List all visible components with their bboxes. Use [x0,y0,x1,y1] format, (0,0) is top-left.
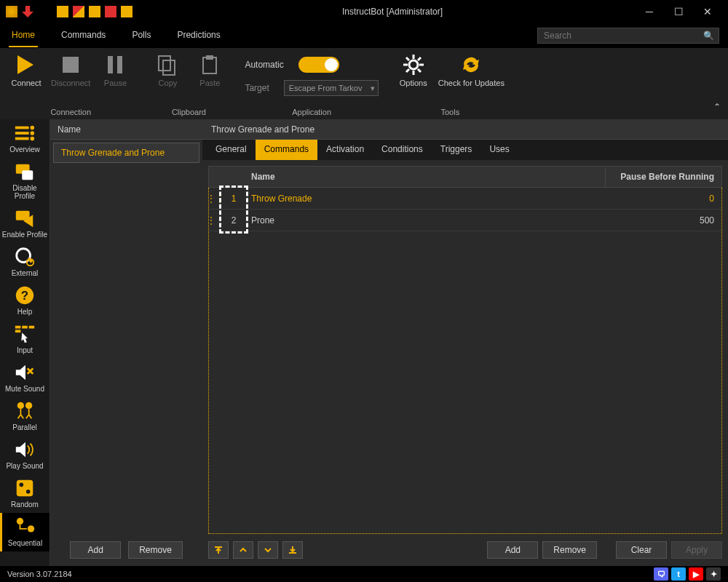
automatic-toggle[interactable] [298,57,339,73]
subtab-conditions[interactable]: Conditions [373,140,432,160]
window-title: InstructBot [Administrator] [150,7,635,17]
move-bottom-button[interactable] [282,541,303,559]
search-input[interactable] [544,31,713,41]
ribbon-disconnect: Disconnect [51,52,90,87]
svg-point-7 [409,60,418,69]
app-icon-1 [6,6,17,17]
tb-icon-5[interactable] [121,6,132,17]
ribbon-collapse-icon[interactable]: ⌃ [713,102,721,112]
pause-icon [103,52,127,77]
sidebar-item-play-sound[interactable]: Play Sound [0,436,50,474]
svg-rect-23 [29,326,35,329]
search-box[interactable]: 🔍 [537,28,719,44]
main-nav: HomeCommandsPollsPredictions 🔍 [0,23,728,48]
ribbon-group-tools: Tools [396,106,505,118]
drag-handle-icon[interactable]: ⋮⋮ [209,194,222,204]
svg-rect-4 [163,60,175,75]
content-add-button[interactable]: Add [487,541,538,559]
sequential-icon [14,516,37,538]
sidebar-item-random[interactable]: Random [0,474,50,513]
ribbon-options[interactable]: Options [396,52,431,87]
enable-profile-icon [13,207,36,229]
svg-point-12 [31,131,35,135]
ribbon-check-for-updates[interactable]: Check for Updates [438,52,505,87]
list-item[interactable]: Throw Grenade and Prone [53,143,199,163]
content-clear-button[interactable]: Clear [616,541,667,559]
tb-icon-4[interactable] [105,6,116,17]
tb-icon-1[interactable] [57,6,68,17]
table-body: ⋮⋮1Throw Grenade0⋮⋮2Prone500 [208,188,722,534]
svg-rect-3 [159,56,170,71]
target-dropdown[interactable]: Escape From Tarkov ▾ [284,80,379,96]
sidebar-item-overview[interactable]: Overview [0,119,50,158]
subtab-general[interactable]: General [207,140,256,160]
sidebar-item-parallel[interactable]: Parallel [0,397,50,436]
table-row[interactable]: ⋮⋮1Throw Grenade0 [209,188,721,210]
move-top-button[interactable] [208,541,229,559]
row-pause: 500 [620,215,721,226]
overview-icon [13,122,36,144]
ribbon-group-application: Application [245,106,378,118]
target-label: Target [245,83,269,93]
svg-rect-15 [22,170,33,180]
copy-icon [155,52,180,77]
svg-rect-8 [15,127,29,129]
options-icon [401,52,426,77]
subtab-uses[interactable]: Uses [480,140,518,160]
minimize-button[interactable]: ─ [635,0,664,23]
content-remove-button[interactable]: Remove [542,541,597,559]
svg-point-30 [16,518,23,525]
mute-sound-icon [13,362,36,383]
svg-rect-2 [117,56,122,73]
paste-icon [197,52,222,77]
nav-tab-commands[interactable]: Commands [58,24,108,47]
sidebar-item-external[interactable]: External [0,243,50,282]
table-row[interactable]: ⋮⋮2Prone500 [209,210,721,231]
discord-icon[interactable]: 🗨 [654,567,668,581]
svg-point-11 [31,126,35,130]
tb-icon-3[interactable] [89,6,100,17]
list-add-button[interactable]: Add [70,541,121,559]
move-up-button[interactable] [233,541,253,559]
check-for-updates-icon [459,52,483,77]
ribbon-group-clipboard: Clipboard [150,106,227,118]
nav-tab-polls[interactable]: Polls [129,24,154,47]
sidebar-item-disable-profile[interactable]: Disable Profile [0,158,50,204]
sidebar-item-enable-profile[interactable]: Enable Profile [0,204,50,243]
row-name: Throw Grenade [245,194,620,204]
tb-icon-2[interactable] [73,6,84,17]
sidebar-item-input[interactable]: Input [0,320,50,359]
close-button[interactable]: ✕ [693,0,722,23]
app-logo-icon[interactable]: ✦ [706,567,721,581]
drag-handle-icon[interactable]: ⋮⋮ [209,215,222,226]
subtab-commands[interactable]: Commands [256,140,317,160]
titlebar: InstructBot [Administrator] ─ ☐ ✕ [0,0,728,23]
sidebar-item-help[interactable]: ?Help [0,282,50,320]
content-apply-button[interactable]: Apply [671,541,722,559]
plug-icon [22,6,33,17]
parallel-icon [13,400,36,422]
command-list-pane: Name Throw Grenade and Prone Add Remove [50,119,202,566]
ribbon-paste: Paste [192,52,227,87]
maximize-button[interactable]: ☐ [664,0,693,23]
help-icon: ? [13,284,36,306]
sidebar-item-mute-sound[interactable]: Mute Sound [0,359,50,397]
svg-rect-21 [15,326,21,329]
svg-rect-5 [203,57,216,73]
row-number: 1 [222,194,245,204]
subtab-triggers[interactable]: Triggers [432,140,481,160]
youtube-icon[interactable]: ▶ [689,567,703,581]
sidebar-item-sequential[interactable]: Sequential [0,513,50,551]
twitter-icon[interactable]: t [671,567,686,581]
nav-tab-home[interactable]: Home [9,24,38,47]
svg-rect-27 [17,480,33,497]
list-remove-button[interactable]: Remove [128,541,183,559]
move-down-button[interactable] [258,541,278,559]
col-name: Name [245,172,605,182]
target-value: Escape From Tarkov [289,84,363,92]
nav-tab-predictions[interactable]: Predictions [174,24,223,47]
ribbon-connect[interactable]: Connect [9,52,44,87]
subtab-activation[interactable]: Activation [317,140,373,160]
svg-point-26 [25,402,32,409]
svg-point-13 [31,137,35,141]
